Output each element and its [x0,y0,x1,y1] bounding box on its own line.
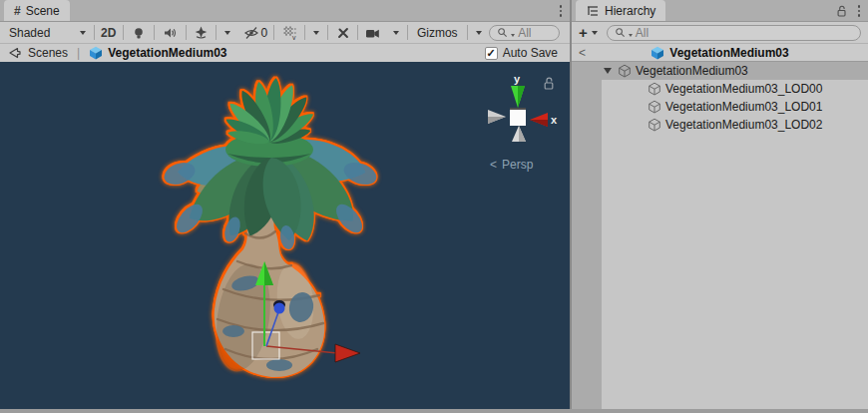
panel-splitter[interactable] [570,0,572,409]
axis-center-cube[interactable] [510,110,526,126]
breadcrumb-root-label: Scenes [28,46,68,60]
toggle-2d-label: 2D [101,26,116,40]
divider [357,25,358,40]
tree-row-lod02[interactable]: VegetationMedium03_LOD02 [572,116,868,134]
tree-row-label: VegetationMedium03_LOD02 [665,118,822,132]
camera-dropdown[interactable] [385,23,406,43]
chevron-down-icon [224,31,230,35]
prefab-stage-title[interactable]: VegetationMedium03 [651,46,788,60]
axis-down-cone[interactable] [512,126,526,142]
divider [407,25,408,40]
divider [123,25,124,40]
breadcrumb-separator: | [77,46,80,60]
auto-save-control: ✓ Auto Save [485,46,558,60]
scene-search-input[interactable]: All [489,25,560,41]
prefab-stage-header: < VegetationMedium03 [572,44,868,62]
auto-save-checkbox[interactable]: ✓ [485,47,498,60]
projection-toggle[interactable]: < Persp [490,158,533,172]
tree-row-lod00[interactable]: VegetationMedium03_LOD00 [572,80,868,98]
gizmos-dropdown[interactable] [469,23,490,43]
tab-scene[interactable]: # Scene [4,0,70,21]
scene-viewport[interactable]: y x < [0,62,570,409]
hierarchy-tree: VegetationMedium03 VegetationMedium03_LO… [572,62,868,409]
svg-text:y: y [292,34,296,41]
chevron-down-icon [313,31,319,35]
chevron-down-icon [393,31,399,35]
gizmo-x-axis-handle[interactable] [266,344,360,362]
search-icon [615,27,626,38]
scene-visibility-button[interactable]: 0 [237,23,272,43]
window-bottom-edge [0,409,868,413]
search-filter-dropdown-icon [511,34,515,37]
breadcrumb-current[interactable]: VegetationMedium03 [89,46,226,60]
search-filter-dropdown-icon [629,34,633,37]
prefab-breadcrumb-bar: Scenes | VegetationMedium03 ✓ Auto Save [0,44,570,62]
grid-dropdown[interactable] [306,23,327,43]
effects-dropdown[interactable] [217,23,238,43]
tree-row-label: VegetationMedium03_LOD00 [665,82,822,96]
prefab-back-button[interactable]: < [579,46,586,60]
scene-search-value: All [518,26,531,40]
draw-mode-dropdown[interactable]: Shaded [2,23,93,43]
persp-chevron-icon: < [490,158,497,172]
tree-row-root[interactable]: VegetationMedium03 [572,62,868,80]
prefab-icon [89,46,103,60]
lock-icon[interactable] [837,5,847,17]
hierarchy-tab-label: Hierarchy [605,4,655,18]
lighting-toggle-button[interactable] [125,23,154,43]
audio-toggle-button[interactable] [156,23,185,43]
hierarchy-panel: Hierarchy + All < [572,0,868,409]
persp-label: Persp [502,158,533,172]
chevron-down-icon [476,31,482,35]
audio-icon [163,26,178,40]
prefab-icon [651,46,664,60]
scene-tab-icon: # [14,4,21,18]
divider [467,25,468,40]
tools-icon [336,26,350,40]
scene-panel: # Scene Shaded 2D [0,0,570,409]
hierarchy-toolbar: + All [572,22,868,44]
chevron-down-icon [592,31,598,35]
create-object-button[interactable]: + [577,24,600,41]
gizmos-label: Gizmos [417,26,458,40]
hierarchy-search-input[interactable]: All [607,25,861,41]
tree-row-label: VegetationMedium03 [636,64,748,78]
divider [327,25,328,40]
scene-menu-icon[interactable] [558,3,565,19]
scene-tab-label: Scene [26,4,60,18]
axis-x-cone[interactable] [530,113,548,127]
gameobject-icon [648,100,661,114]
hidden-count: 0 [261,26,268,40]
prefab-stage-title-label: VegetationMedium03 [669,46,788,60]
gameobject-icon [618,64,632,78]
camera-settings-button[interactable] [359,23,385,43]
breadcrumb-current-label: VegetationMedium03 [108,46,226,60]
tab-hierarchy[interactable]: Hierarchy [576,0,665,21]
component-tools-button[interactable] [329,23,356,43]
divider [216,25,217,40]
search-icon [497,27,508,38]
gizmos-button[interactable]: Gizmos [409,23,466,43]
effects-icon [194,25,209,40]
divider [273,25,274,40]
effects-toggle-button[interactable] [188,23,215,43]
disclosure-triangle-icon[interactable] [604,68,612,74]
hierarchy-tabbar: Hierarchy [572,0,868,22]
grid-visibility-button[interactable]: y [275,23,302,43]
hierarchy-menu-icon[interactable] [856,3,863,19]
gameobject-icon [648,82,661,96]
scene-tabbar: # Scene [0,0,570,22]
toggle-2d-button[interactable]: 2D [96,23,122,43]
visibility-icon [243,26,259,40]
divider [304,25,305,40]
gizmo-lock-icon[interactable] [544,77,555,90]
camera-icon [365,26,380,40]
tree-row-lod01[interactable]: VegetationMedium03_LOD01 [572,98,868,116]
hierarchy-tab-icon [586,4,600,18]
plus-icon: + [579,24,588,41]
axis-y-cone[interactable] [511,86,525,108]
breadcrumb-scenes[interactable]: Scenes [7,46,68,60]
chevron-down-icon [80,31,86,35]
auto-save-label: Auto Save [503,46,558,60]
axis-back-cone[interactable] [488,110,506,124]
